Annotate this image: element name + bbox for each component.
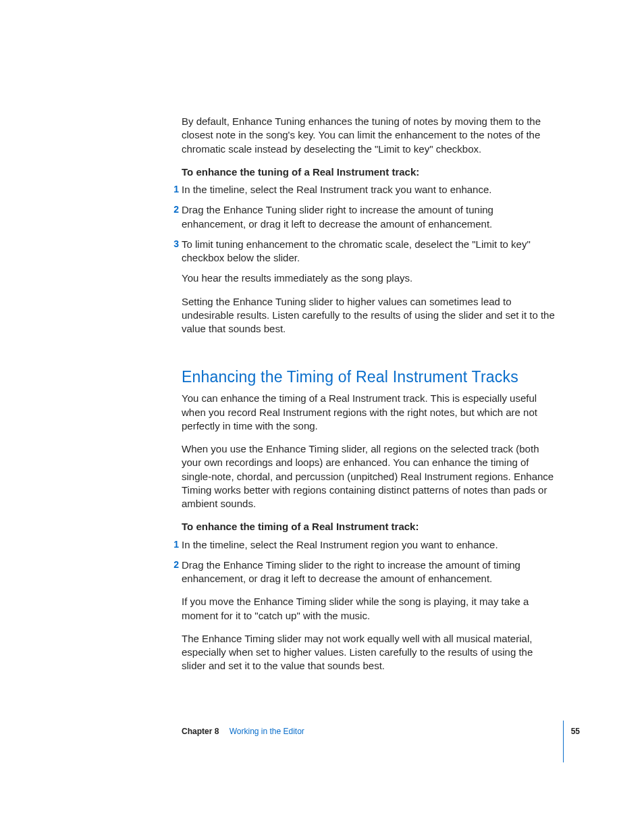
paragraph: If you move the Enhance Timing slider wh… — [182, 595, 560, 623]
chapter-title: Working in the Editor — [230, 727, 304, 736]
procedure-title-timing: To enhance the timing of a Real Instrume… — [182, 520, 560, 533]
step-item: 3 To limit tuning enhancement to the chr… — [182, 238, 560, 265]
paragraph: You hear the results immediately as the … — [182, 271, 560, 285]
step-item: 2 Drag the Enhance Timing slider to the … — [182, 558, 560, 586]
paragraph: By default, Enhance Tuning enhances the … — [182, 115, 560, 156]
page-content: By default, Enhance Tuning enhances the … — [182, 115, 560, 683]
paragraph: The Enhance Timing slider may not work e… — [182, 632, 560, 673]
footer-divider — [563, 721, 564, 762]
step-text: In the timeline, select the Real Instrum… — [182, 184, 491, 195]
page-number: 55 — [571, 726, 580, 737]
step-text: In the timeline, select the Real Instrum… — [182, 539, 498, 550]
paragraph: When you use the Enhance Timing slider, … — [182, 442, 560, 511]
procedure-title-tuning: To enhance the tuning of a Real Instrume… — [182, 165, 560, 179]
step-number: 3 — [169, 238, 179, 251]
section-heading: Enhancing the Timing of Real Instrument … — [182, 367, 560, 388]
step-text: Drag the Enhance Timing slider to the ri… — [182, 559, 520, 584]
step-number: 1 — [169, 183, 179, 196]
page-footer: Chapter 8 Working in the Editor 55 — [182, 726, 580, 737]
step-item: 2 Drag the Enhance Tuning slider right t… — [182, 203, 560, 231]
step-number: 2 — [169, 203, 179, 216]
paragraph: You can enhance the timing of a Real Ins… — [182, 392, 560, 433]
step-number: 2 — [169, 558, 179, 571]
step-number: 1 — [169, 538, 179, 551]
chapter-number-label: Chapter 8 — [182, 727, 219, 736]
step-item: 1 In the timeline, select the Real Instr… — [182, 183, 560, 197]
step-text: To limit tuning enhancement to the chrom… — [182, 238, 531, 263]
step-text: Drag the Enhance Tuning slider right to … — [182, 204, 493, 229]
step-item: 1 In the timeline, select the Real Instr… — [182, 538, 560, 552]
paragraph: Setting the Enhance Tuning slider to hig… — [182, 295, 560, 336]
